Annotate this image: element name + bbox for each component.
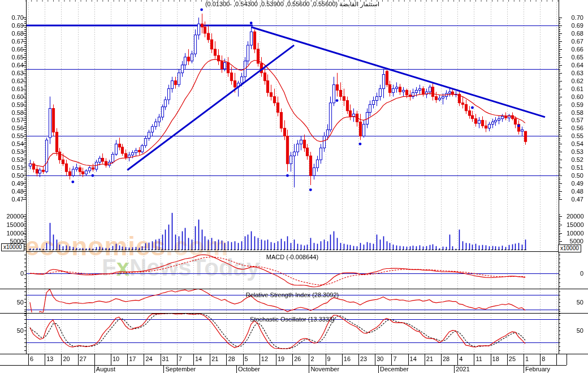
rsi-mid-label: 50 bbox=[567, 299, 583, 306]
date-tick-label: 26 bbox=[294, 355, 301, 362]
volume-axis-label: 5000 bbox=[567, 238, 583, 245]
price-axis-label: 0.67 bbox=[1, 38, 24, 45]
date-tick-label: 16 bbox=[344, 355, 351, 362]
volume-axis-label: 20000 bbox=[1, 213, 24, 220]
price-axis-label: 0.55 bbox=[1, 132, 24, 139]
rsi-panel-title: Relative Strength Index (28.3092) bbox=[26, 291, 559, 298]
price-axis-label: 0.63 bbox=[567, 70, 583, 76]
macd-zero-label: 0 bbox=[1, 270, 24, 277]
volume-axis-label: 15000 bbox=[567, 221, 583, 228]
price-axis-label: 0.47 bbox=[1, 196, 24, 203]
price-axis-label: 0.60 bbox=[567, 93, 583, 100]
price-axis-label: 0.66 bbox=[1, 46, 24, 53]
month-label: 2021 bbox=[456, 366, 469, 372]
instrument-title: استثمار القابضة (0.55600, 0.55600, 0.539… bbox=[26, 1, 559, 8]
date-tick-label: 7 bbox=[179, 355, 182, 362]
price-axis-label: 0.65 bbox=[567, 54, 583, 61]
price-axis-label: 0.68 bbox=[1, 30, 24, 37]
date-tick-label: 23 bbox=[360, 355, 367, 362]
volume-axis-label: 5000 bbox=[1, 238, 24, 245]
price-axis-label: 0.69 bbox=[1, 22, 24, 29]
date-tick-label: 7 bbox=[393, 355, 396, 362]
price-axis-label: 0.69 bbox=[567, 22, 583, 29]
month-label: November bbox=[310, 366, 339, 372]
price-axis-label: 0.50 bbox=[1, 172, 24, 179]
date-tick-label: 6 bbox=[30, 355, 33, 362]
price-axis-label: 0.51 bbox=[567, 164, 583, 171]
price-axis-label: 0.70 bbox=[567, 14, 583, 21]
price-axis-label: 0.57 bbox=[1, 117, 24, 123]
date-tick-label: 18 bbox=[492, 355, 499, 362]
date-tick-label: 31 bbox=[162, 355, 169, 362]
price-axis-label: 0.70 bbox=[1, 14, 24, 21]
price-axis-label: 0.66 bbox=[567, 46, 583, 53]
date-tick-label: 2 bbox=[310, 355, 314, 362]
price-axis-label: 0.55 bbox=[567, 132, 583, 139]
price-axis-label: 0.51 bbox=[1, 164, 24, 171]
stoch-mid-label: 50 bbox=[1, 327, 24, 334]
date-tick-label: 11 bbox=[475, 355, 482, 362]
price-axis-label: 0.59 bbox=[567, 101, 583, 108]
price-axis-label: 0.67 bbox=[567, 38, 583, 45]
date-tick-label: 14 bbox=[195, 355, 202, 362]
price-axis-label: 0.48 bbox=[1, 188, 24, 195]
price-axis-label: 0.54 bbox=[1, 140, 24, 147]
month-label: August bbox=[96, 366, 115, 372]
price-axis-label: 0.63 bbox=[1, 70, 24, 76]
price-axis-label: 0.49 bbox=[1, 180, 24, 187]
date-tick-label: 17 bbox=[129, 355, 136, 362]
volume-axis-label: 10000 bbox=[567, 230, 583, 237]
price-axis-label: 0.52 bbox=[567, 156, 583, 163]
price-axis-label: 0.54 bbox=[567, 140, 583, 147]
date-tick-label: 5 bbox=[245, 355, 248, 362]
date-tick-label: 12 bbox=[261, 355, 268, 362]
price-axis-label: 0.62 bbox=[567, 78, 583, 84]
month-label: September bbox=[165, 366, 196, 372]
price-axis-label: 0.58 bbox=[567, 109, 583, 116]
price-axis-label: 0.49 bbox=[567, 180, 583, 187]
price-axis-label: 0.57 bbox=[567, 117, 583, 123]
date-tick-label: 14 bbox=[410, 355, 417, 362]
price-axis-label: 0.48 bbox=[567, 188, 583, 195]
price-axis-label: 0.52 bbox=[1, 156, 24, 163]
price-axis-label: 0.56 bbox=[1, 125, 24, 131]
date-tick-label: 1 bbox=[525, 355, 529, 362]
month-label: December bbox=[380, 366, 409, 372]
date-tick-label: 4 bbox=[459, 355, 462, 362]
month-label: October bbox=[238, 366, 260, 372]
macd-zero-label: 0 bbox=[567, 270, 583, 277]
price-axis-label: 0.64 bbox=[567, 62, 583, 68]
price-axis-label: 0.47 bbox=[567, 196, 583, 203]
macd-panel-title: MACD (-0.008644) bbox=[26, 254, 559, 260]
volume-axis-label: 20000 bbox=[567, 213, 583, 220]
price-axis-label: 0.68 bbox=[567, 30, 583, 37]
date-tick-label: 10 bbox=[113, 355, 119, 362]
date-tick-label: 30 bbox=[377, 355, 383, 362]
volume-axis-label: 10000 bbox=[1, 230, 24, 237]
date-tick-label: 25 bbox=[509, 355, 516, 362]
price-axis-label: 0.64 bbox=[1, 62, 24, 68]
month-label: February bbox=[525, 366, 550, 372]
price-axis-label: 0.61 bbox=[1, 85, 24, 92]
chart-window: economies.com FxNewsToday استثمار القابض… bbox=[0, 0, 588, 373]
price-axis-label: 0.65 bbox=[1, 54, 24, 61]
date-tick-label: 19 bbox=[278, 355, 284, 362]
date-tick-label: 9 bbox=[327, 355, 331, 362]
date-tick-label: 21 bbox=[426, 355, 433, 362]
date-tick-label: 13 bbox=[46, 355, 53, 362]
price-axis-label: 0.58 bbox=[1, 109, 24, 116]
date-tick-label: 8 bbox=[542, 355, 545, 362]
price-axis-label: 0.53 bbox=[567, 148, 583, 155]
date-tick-label: 20 bbox=[63, 355, 70, 362]
price-axis-label: 0.56 bbox=[567, 125, 583, 131]
rsi-mid-label: 50 bbox=[1, 299, 24, 306]
volume-multiplier-right: x10000 bbox=[558, 245, 581, 252]
price-axis-label: 0.59 bbox=[1, 101, 24, 108]
price-axis-label: 0.61 bbox=[567, 85, 583, 92]
price-axis-label: 0.62 bbox=[1, 78, 24, 84]
price-axis-label: 0.50 bbox=[567, 172, 583, 179]
date-tick-label: 24 bbox=[145, 355, 152, 362]
price-axis-label: 0.53 bbox=[1, 148, 24, 155]
stoch-mid-label: 50 bbox=[567, 327, 583, 334]
date-tick-label: 27 bbox=[80, 355, 87, 362]
